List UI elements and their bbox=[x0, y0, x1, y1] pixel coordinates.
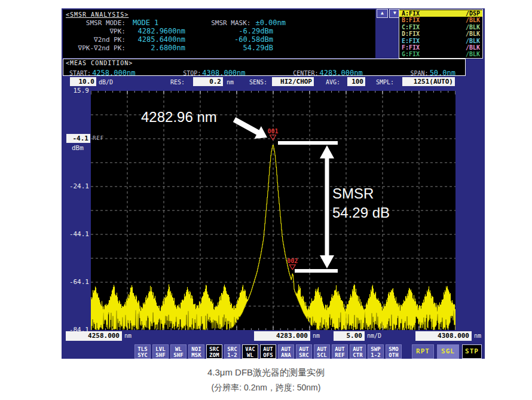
softkey-vac-wl[interactable]: VACWL bbox=[242, 344, 258, 359]
smsr-row-label: SMSR MODE: bbox=[63, 19, 126, 27]
trace-name: A:FIX bbox=[402, 10, 420, 17]
softkey-line1: WL bbox=[171, 346, 186, 352]
trace-name: G:FIX bbox=[402, 51, 420, 57]
peak-wavelength-annotation: 4282.96 nm bbox=[141, 109, 217, 126]
softkey-tls-syc[interactable]: TLSSYC bbox=[134, 344, 151, 359]
trace-name: D:FIX bbox=[402, 30, 420, 37]
setting-unit: dB/D bbox=[99, 79, 113, 86]
y-axis-tick-label: -44.1 bbox=[63, 230, 89, 238]
meas-field-label: STOP: bbox=[183, 70, 201, 77]
ref-level-box[interactable]: -4.1 bbox=[66, 134, 90, 143]
softkey-line1: SWP bbox=[368, 346, 383, 352]
spectrum-svg: 001002 bbox=[91, 91, 455, 330]
meas-field: START:4258.000nm bbox=[69, 66, 135, 78]
softkey-line2: 1-2 bbox=[368, 352, 383, 358]
x-axis-value-box[interactable]: 5.00 bbox=[334, 331, 365, 341]
smsr-row-value2: 54.29dB bbox=[243, 44, 273, 52]
single-button[interactable]: SGL bbox=[437, 344, 459, 359]
softkey-line2: 1-2 bbox=[225, 352, 240, 358]
softkey-noi-msk[interactable]: NOIMSK bbox=[188, 344, 204, 359]
meas-field-value[interactable]: 4308.000nm bbox=[202, 69, 245, 77]
meas-condition-panel: <MEAS CONDITION> START:4258.000nmSTOP:43… bbox=[63, 59, 466, 76]
trace-name: F:FIX bbox=[402, 44, 420, 51]
smsr-row: ∇2nd PK:4285.6400nm-60.58dBm bbox=[63, 35, 375, 44]
smsr-row-right: -60.58dBm bbox=[185, 35, 375, 44]
softkey-line1: AUT bbox=[332, 346, 347, 352]
softkey-swp-1-2[interactable]: SWP1-2 bbox=[368, 344, 384, 359]
softkey-aut-ctr[interactable]: AUTCTR bbox=[350, 344, 366, 359]
softkey-aut-ref[interactable]: AUTREF bbox=[332, 344, 348, 359]
setting-value-box[interactable]: 0.2 bbox=[193, 77, 223, 86]
smsr-row: SMSR MODE:MODE 1SMSR MASK:±0.00nm bbox=[63, 19, 375, 27]
smsr-row-right: -6.29dBm bbox=[185, 27, 375, 35]
stop-button[interactable]: STP bbox=[462, 344, 482, 359]
softkey-smo-oth[interactable]: SMOOTH bbox=[386, 344, 402, 359]
setting-value-box[interactable]: HI2/CHOP bbox=[272, 77, 314, 86]
softkey-aut-src[interactable]: AUTSRC bbox=[296, 344, 312, 359]
y-axis-tick-label: -24.1 bbox=[63, 182, 89, 190]
smsr-annotation-title: SMSR bbox=[332, 185, 374, 202]
meas-condition-title: <MEAS CONDITION> bbox=[63, 59, 465, 66]
meas-field-value[interactable]: 4283.000nm bbox=[319, 69, 362, 77]
trace-row-e[interactable]: E:FIX/BLK bbox=[399, 38, 482, 44]
trace-row-d[interactable]: D:FIX/BLK bbox=[399, 30, 482, 37]
smsr-row-label2: SMSR MASK: bbox=[211, 19, 250, 27]
softkey-line2: OTH bbox=[386, 352, 401, 358]
spectrum-plot: 001002 REF 4282.96 nm SMSR 54.29 dB bbox=[91, 91, 455, 330]
figure-caption: 4.3μm DFB激光器的测量实例 (分辨率: 0.2nm，跨度: 50nm) bbox=[0, 367, 532, 393]
smsr-rows: SMSR MODE:MODE 1SMSR MASK:±0.00nm∇PK:428… bbox=[63, 19, 375, 52]
setting-unit: nm bbox=[227, 79, 234, 86]
y-axis-tick-label: -64.1 bbox=[63, 278, 89, 286]
trace-row-f[interactable]: F:FIX/BLK bbox=[399, 44, 482, 51]
trace-mode: /BLK bbox=[466, 51, 480, 57]
repeat-button[interactable]: RPT bbox=[412, 344, 434, 359]
softkey-line1: AUT bbox=[296, 346, 311, 352]
setting-value-box[interactable]: 10.0 bbox=[70, 77, 96, 86]
ref-marker-label: REF bbox=[93, 135, 104, 141]
meas-field-label: SPAN: bbox=[411, 70, 429, 77]
trace-mode: /BLK bbox=[466, 30, 480, 37]
softkey-src-1-2[interactable]: SRC1-2 bbox=[224, 344, 240, 359]
softkey-aut-ofs[interactable]: AUTOFS bbox=[260, 344, 276, 359]
setting-label: RES: bbox=[170, 79, 185, 86]
softkey-line1: TLS bbox=[135, 346, 150, 352]
x-axis-value-box[interactable]: 4308.000 bbox=[415, 331, 472, 341]
scroll-up-icon[interactable]: ▲ bbox=[377, 9, 388, 18]
softkey-aut-ana[interactable]: AUTANA bbox=[278, 344, 294, 359]
softkey-wl-shf[interactable]: WLSHF bbox=[170, 344, 186, 359]
x-axis-value-box[interactable]: 4258.000 bbox=[66, 331, 122, 341]
softkey-line1: SMO bbox=[386, 346, 401, 352]
meas-field-value[interactable]: 4258.000nm bbox=[92, 69, 135, 77]
softkey-line1: LVL bbox=[153, 346, 168, 352]
trace-row-c[interactable]: C:FIX/BLK bbox=[399, 24, 482, 30]
meas-condition-fields: START:4258.000nmSTOP:4308.000nmCENTER:42… bbox=[63, 66, 465, 78]
setting-value-box[interactable]: 1251(AUTO) bbox=[402, 77, 455, 86]
x-axis-value-box[interactable]: 4283.000 bbox=[254, 331, 310, 341]
trace-row-b[interactable]: B:FIX/BLK bbox=[399, 17, 482, 23]
smsr-row: ∇PK:4282.9600nm-6.29dBm bbox=[63, 27, 375, 35]
softkey-src-zom[interactable]: SRCZOM bbox=[206, 344, 222, 359]
softkey-line2: SYC bbox=[135, 352, 150, 358]
trace-scroll-buttons: ▲ ▼ bbox=[377, 9, 400, 18]
softkey-line2: MSK bbox=[189, 352, 204, 358]
softkey-lvl-shf[interactable]: LVLSHF bbox=[152, 344, 169, 359]
setting-label: SMPL: bbox=[376, 79, 394, 86]
softkey-line1: VAC bbox=[243, 346, 258, 352]
meas-field-value[interactable]: 50.0nm bbox=[430, 69, 455, 77]
y-axis-tick-label: 15.9 bbox=[63, 87, 89, 94]
smsr-row-label: ∇PK: bbox=[63, 28, 126, 35]
softkey-line2: WL bbox=[243, 352, 258, 358]
smsr-row-value1: 4285.6400nm bbox=[126, 35, 185, 44]
meas-field: SPAN:50.0nm bbox=[411, 66, 455, 78]
softkey-line1: AUT bbox=[314, 346, 329, 352]
setting-label: AVG: bbox=[326, 79, 340, 86]
trace-row-a[interactable]: A:FIX/DSP bbox=[399, 10, 482, 17]
x-axis-unit: nm/D bbox=[367, 332, 381, 339]
softkey-aut-scl[interactable]: AUTSCL bbox=[314, 344, 330, 359]
trace-row-g[interactable]: G:FIX/BLK bbox=[399, 51, 482, 57]
meas-field: STOP:4308.000nm bbox=[183, 66, 245, 78]
smsr-row-label: ∇2nd PK: bbox=[63, 36, 126, 44]
setting-value-box[interactable]: 100 bbox=[347, 77, 365, 86]
smsr-row-value1: 2.6800nm bbox=[126, 44, 185, 52]
smsr-analysis-panel: <SMSR ANALYSIS> SMSR MODE:MODE 1SMSR MAS… bbox=[63, 10, 375, 58]
